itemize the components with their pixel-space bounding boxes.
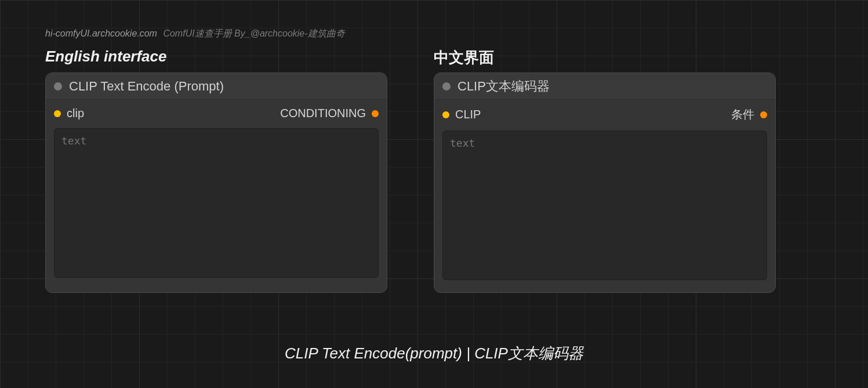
caption: CLIP Text Encode(prompt) | CLIP文本编码器	[285, 343, 583, 364]
node-title: CLIP Text Encode (Prompt)	[69, 79, 224, 94]
prompt-text-input[interactable]	[54, 128, 379, 278]
output-port-label: CONDITIONING	[280, 107, 366, 120]
watermark-site: hi-comfyUI.archcookie.com	[45, 28, 157, 38]
output-port-label: 条件	[731, 107, 754, 122]
input-port-clip[interactable]: clip	[54, 107, 84, 120]
input-port-label: clip	[67, 107, 84, 120]
watermark: hi-comfyUI.archcookie.com ComfUI速查手册 By_…	[45, 28, 345, 40]
node-clip-text-encode-cn[interactable]: CLIP文本编码器 CLIP 条件	[434, 72, 776, 293]
node-status-dot-icon	[442, 82, 451, 90]
port-dot-icon	[760, 111, 767, 118]
node-status-dot-icon	[54, 82, 62, 90]
text-area-wrap	[434, 128, 775, 291]
text-area-wrap	[46, 126, 387, 288]
port-dot-icon	[442, 111, 449, 118]
input-port-clip[interactable]: CLIP	[442, 108, 481, 121]
watermark-credit: ComfUI速查手册 By_@archcookie-建筑曲奇	[163, 28, 344, 38]
section-label-chinese: 中文界面	[434, 48, 494, 68]
node-clip-text-encode-en[interactable]: CLIP Text Encode (Prompt) clip CONDITION…	[45, 72, 387, 293]
node-ports-row: CLIP 条件	[434, 100, 775, 128]
port-dot-icon	[372, 110, 379, 117]
prompt-text-input[interactable]	[442, 130, 767, 280]
node-header[interactable]: CLIP文本编码器	[434, 73, 775, 100]
section-label-english: English interface	[45, 48, 167, 66]
output-port-conditioning[interactable]: 条件	[731, 107, 767, 122]
port-dot-icon	[54, 110, 61, 117]
output-port-conditioning[interactable]: CONDITIONING	[280, 107, 379, 120]
input-port-label: CLIP	[455, 108, 481, 121]
node-title: CLIP文本编码器	[457, 78, 550, 95]
node-ports-row: clip CONDITIONING	[46, 100, 387, 126]
node-header[interactable]: CLIP Text Encode (Prompt)	[46, 73, 387, 100]
